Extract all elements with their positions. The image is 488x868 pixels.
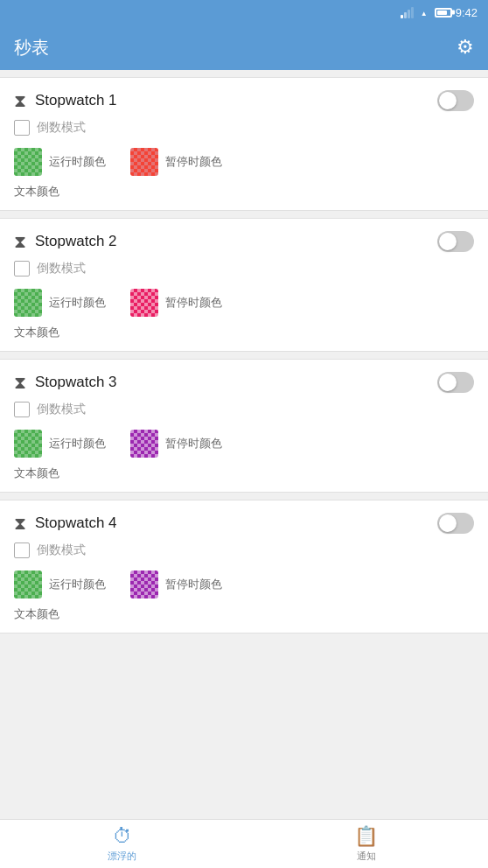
- app-title: 秒表: [14, 36, 49, 60]
- toggle-switch-4[interactable]: [437, 513, 474, 534]
- text-color-label-2: 文本颜色: [14, 326, 59, 339]
- card-title-area-3: ⧗ Stopwatch 3: [14, 373, 117, 393]
- stopwatch-card-1: ⧗ Stopwatch 1 倒数模式 运行时颜色 暂停时颜色 文本颜色: [0, 77, 488, 211]
- text-color-label-1: 文本颜色: [14, 185, 59, 198]
- nav-item-floating[interactable]: ⏱ 漂浮的: [0, 820, 244, 868]
- countdown-checkbox-2[interactable]: [14, 261, 30, 276]
- stopwatch-title-1: Stopwatch 1: [35, 92, 117, 109]
- bottom-nav: ⏱ 漂浮的 📋 通知: [0, 819, 488, 868]
- status-icons: 9:42: [401, 6, 478, 19]
- color-row-3: 运行时颜色 暂停时颜色: [14, 430, 474, 458]
- pause-color-label-1: 暂停时颜色: [165, 154, 222, 170]
- run-color-item-3[interactable]: 运行时颜色: [14, 430, 106, 458]
- pause-color-item-2[interactable]: 暂停时颜色: [130, 289, 222, 317]
- countdown-checkbox-1[interactable]: [14, 120, 30, 136]
- pause-color-label-4: 暂停时颜色: [165, 577, 222, 592]
- countdown-checkbox-4[interactable]: [14, 542, 30, 558]
- toggle-switch-3[interactable]: [437, 372, 474, 393]
- countdown-label-3: 倒数模式: [37, 402, 86, 417]
- run-color-swatch-3: [14, 430, 42, 458]
- color-row-1: 运行时颜色 暂停时颜色: [14, 148, 474, 176]
- status-time: 9:42: [456, 6, 478, 19]
- countdown-row-4: 倒数模式: [14, 542, 474, 558]
- stopwatch-card-2: ⧗ Stopwatch 2 倒数模式 运行时颜色 暂停时颜色 文本颜色: [0, 218, 488, 352]
- countdown-row-2: 倒数模式: [14, 261, 474, 276]
- countdown-row-1: 倒数模式: [14, 120, 474, 136]
- pause-color-swatch-2: [130, 289, 158, 317]
- card-header-2: ⧗ Stopwatch 2: [14, 231, 474, 252]
- run-color-item-1[interactable]: 运行时颜色: [14, 148, 106, 176]
- run-color-item-2[interactable]: 运行时颜色: [14, 289, 106, 317]
- battery-icon: [435, 8, 452, 18]
- pause-color-swatch-4: [130, 570, 158, 598]
- run-color-label-2: 运行时颜色: [49, 295, 106, 311]
- stopwatch-card-3: ⧗ Stopwatch 3 倒数模式 运行时颜色 暂停时颜色 文本颜色: [0, 359, 488, 493]
- app-header: 秒表 ⚙: [0, 24, 488, 70]
- pause-color-label-2: 暂停时颜色: [165, 295, 222, 311]
- color-row-2: 运行时颜色 暂停时颜色: [14, 289, 474, 317]
- stopwatch-card-4: ⧗ Stopwatch 4 倒数模式 运行时颜色 暂停时颜色 文本颜色: [0, 500, 488, 634]
- stopwatch-title-3: Stopwatch 3: [35, 374, 117, 391]
- countdown-row-3: 倒数模式: [14, 402, 474, 417]
- pause-color-swatch-3: [130, 430, 158, 458]
- toggle-switch-1[interactable]: [437, 90, 474, 111]
- signal-icon: [401, 6, 414, 18]
- countdown-label-4: 倒数模式: [37, 542, 86, 558]
- run-color-label-1: 运行时颜色: [49, 154, 106, 170]
- pause-color-label-3: 暂停时颜色: [165, 436, 222, 452]
- countdown-label-1: 倒数模式: [37, 120, 86, 136]
- card-title-area-2: ⧗ Stopwatch 2: [14, 232, 117, 252]
- toggle-switch-2[interactable]: [437, 231, 474, 252]
- nav-item-notifications[interactable]: 📋 通知: [244, 820, 488, 868]
- text-color-row-1[interactable]: 文本颜色: [14, 183, 474, 200]
- hourglass-icon-1: ⧗: [14, 91, 26, 111]
- floating-nav-label: 漂浮的: [108, 850, 136, 863]
- stopwatch-title-2: Stopwatch 2: [35, 233, 117, 250]
- main-content: ⧗ Stopwatch 1 倒数模式 运行时颜色 暂停时颜色 文本颜色 ⧗: [0, 70, 488, 819]
- pause-color-swatch-1: [130, 148, 158, 176]
- color-row-4: 运行时颜色 暂停时颜色: [14, 570, 474, 598]
- pause-color-item-3[interactable]: 暂停时颜色: [130, 430, 222, 458]
- run-color-swatch-4: [14, 570, 42, 598]
- countdown-checkbox-3[interactable]: [14, 402, 30, 417]
- text-color-label-4: 文本颜色: [14, 607, 59, 620]
- notifications-nav-icon: 📋: [354, 825, 378, 848]
- text-color-row-4[interactable]: 文本颜色: [14, 606, 474, 622]
- wifi-icon: [417, 7, 431, 18]
- pause-color-item-1[interactable]: 暂停时颜色: [130, 148, 222, 176]
- run-color-label-4: 运行时颜色: [49, 577, 106, 592]
- text-color-row-2[interactable]: 文本颜色: [14, 324, 474, 340]
- run-color-item-4[interactable]: 运行时颜色: [14, 570, 106, 598]
- run-color-label-3: 运行时颜色: [49, 436, 106, 452]
- card-header-3: ⧗ Stopwatch 3: [14, 372, 474, 393]
- card-title-area-1: ⧗ Stopwatch 1: [14, 91, 117, 111]
- card-title-area-4: ⧗ Stopwatch 4: [14, 514, 117, 534]
- status-bar: 9:42: [0, 0, 488, 24]
- run-color-swatch-2: [14, 289, 42, 317]
- hourglass-icon-3: ⧗: [14, 373, 26, 393]
- text-color-label-3: 文本颜色: [14, 466, 59, 480]
- settings-icon[interactable]: ⚙: [457, 36, 474, 59]
- text-color-row-3[interactable]: 文本颜色: [14, 465, 474, 481]
- floating-nav-icon: ⏱: [113, 825, 132, 848]
- notifications-nav-label: 通知: [357, 850, 376, 863]
- hourglass-icon-2: ⧗: [14, 232, 26, 252]
- hourglass-icon-4: ⧗: [14, 514, 26, 534]
- card-header-4: ⧗ Stopwatch 4: [14, 513, 474, 534]
- run-color-swatch-1: [14, 148, 42, 176]
- countdown-label-2: 倒数模式: [37, 261, 86, 276]
- card-header-1: ⧗ Stopwatch 1: [14, 90, 474, 111]
- pause-color-item-4[interactable]: 暂停时颜色: [130, 570, 222, 598]
- stopwatch-title-4: Stopwatch 4: [35, 514, 117, 532]
